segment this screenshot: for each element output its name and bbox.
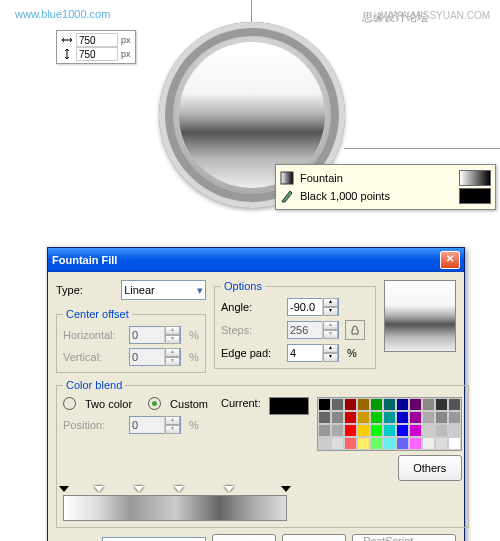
outline-swatch: [459, 188, 491, 204]
watermark-missyuan: WWW.MISSYUAN.COM: [381, 10, 490, 21]
fill-swatch: [459, 170, 491, 186]
palette-color[interactable]: [448, 424, 461, 437]
palette-color[interactable]: [357, 411, 370, 424]
current-color-swatch[interactable]: [269, 397, 309, 415]
twocolor-radio[interactable]: Two color: [63, 397, 132, 410]
gradient-preview: [384, 280, 456, 352]
dialog-titlebar[interactable]: Fountain Fill ✕: [48, 248, 464, 272]
steps-lock-button[interactable]: [345, 320, 365, 340]
colorblend-legend: Color blend: [63, 379, 125, 391]
fountain-fill-icon: [280, 171, 294, 185]
gradient-marker[interactable]: [134, 486, 144, 497]
others-button[interactable]: Others: [398, 455, 462, 481]
gradient-marker[interactable]: [94, 486, 104, 497]
height-unit: px: [121, 49, 131, 59]
palette-color[interactable]: [422, 411, 435, 424]
palette-color[interactable]: [409, 398, 422, 411]
palette-color[interactable]: [318, 424, 331, 437]
palette-color[interactable]: [383, 437, 396, 450]
steps-label: Steps:: [221, 324, 281, 336]
angle-spinner[interactable]: ▴▾: [287, 298, 339, 316]
fountain-fill-dialog: Fountain Fill ✕ Type: Linear▾ Center off…: [47, 247, 465, 541]
tooltip-outline: Black 1,000 points: [300, 190, 390, 202]
palette-color[interactable]: [370, 398, 383, 411]
palette-color[interactable]: [318, 411, 331, 424]
close-button[interactable]: ✕: [440, 251, 460, 269]
dialog-title: Fountain Fill: [52, 254, 117, 266]
palette-color[interactable]: [344, 424, 357, 437]
palette-color[interactable]: [383, 398, 396, 411]
palette-color[interactable]: [331, 411, 344, 424]
palette-color[interactable]: [409, 411, 422, 424]
lock-icon: [350, 325, 360, 335]
presets-dropdown[interactable]: ▾: [102, 537, 206, 541]
pen-icon: [280, 189, 294, 203]
palette-color[interactable]: [383, 411, 396, 424]
palette-color[interactable]: [370, 424, 383, 437]
palette-color[interactable]: [409, 437, 422, 450]
gradient-bar[interactable]: [63, 495, 287, 521]
palette-color[interactable]: [370, 437, 383, 450]
width-input[interactable]: [76, 33, 118, 47]
horizontal-spinner: ▴▾: [129, 326, 181, 344]
palette-color[interactable]: [435, 411, 448, 424]
vertical-label: Vertical:: [63, 351, 123, 363]
palette-color[interactable]: [331, 398, 344, 411]
postscript-button: PostScript Options...: [352, 534, 456, 541]
palette-color[interactable]: [448, 437, 461, 450]
type-dropdown[interactable]: Linear▾: [121, 280, 206, 300]
palette-color[interactable]: [409, 424, 422, 437]
size-indicator: px px: [56, 30, 136, 64]
palette-color[interactable]: [344, 411, 357, 424]
palette-color[interactable]: [357, 398, 370, 411]
color-palette[interactable]: [317, 397, 462, 451]
width-icon: [61, 34, 73, 46]
palette-color[interactable]: [370, 411, 383, 424]
palette-color[interactable]: [422, 398, 435, 411]
preset-add-button[interactable]: +: [212, 534, 276, 541]
palette-color[interactable]: [318, 437, 331, 450]
palette-color[interactable]: [422, 437, 435, 450]
height-input[interactable]: [76, 47, 118, 61]
type-label: Type:: [56, 284, 115, 296]
palette-color[interactable]: [435, 398, 448, 411]
palette-color[interactable]: [435, 437, 448, 450]
current-label: Current:: [221, 397, 261, 409]
fill-tooltip: Fountain Black 1,000 points: [275, 164, 496, 210]
gradient-marker[interactable]: [174, 486, 184, 497]
preset-remove-button[interactable]: −: [282, 534, 346, 541]
palette-color[interactable]: [357, 424, 370, 437]
palette-color[interactable]: [383, 424, 396, 437]
width-unit: px: [121, 35, 131, 45]
palette-color[interactable]: [422, 424, 435, 437]
palette-color[interactable]: [448, 398, 461, 411]
tooltip-fill-type: Fountain: [300, 172, 343, 184]
vertical-spinner: ▴▾: [129, 348, 181, 366]
height-icon: [61, 48, 73, 60]
gradient-marker[interactable]: [281, 486, 291, 497]
position-label: Position:: [63, 419, 123, 431]
angle-label: Angle:: [221, 301, 281, 313]
palette-color[interactable]: [344, 437, 357, 450]
watermark-url: www.blue1000.com: [15, 8, 110, 20]
palette-color[interactable]: [396, 398, 409, 411]
options-legend: Options: [221, 280, 265, 292]
palette-color[interactable]: [331, 424, 344, 437]
palette-color[interactable]: [396, 437, 409, 450]
position-spinner: ▴▾: [129, 416, 181, 434]
edgepad-label: Edge pad:: [221, 347, 281, 359]
edgepad-spinner[interactable]: ▴▾: [287, 344, 339, 362]
palette-color[interactable]: [435, 424, 448, 437]
palette-color[interactable]: [318, 398, 331, 411]
svg-rect-0: [281, 172, 293, 184]
gradient-marker[interactable]: [59, 486, 69, 497]
palette-color[interactable]: [357, 437, 370, 450]
palette-color[interactable]: [448, 411, 461, 424]
palette-color[interactable]: [331, 437, 344, 450]
palette-color[interactable]: [396, 424, 409, 437]
palette-color[interactable]: [396, 411, 409, 424]
horizontal-label: Horizontal:: [63, 329, 123, 341]
custom-radio[interactable]: Custom: [148, 397, 208, 410]
palette-color[interactable]: [344, 398, 357, 411]
gradient-marker[interactable]: [224, 486, 234, 497]
